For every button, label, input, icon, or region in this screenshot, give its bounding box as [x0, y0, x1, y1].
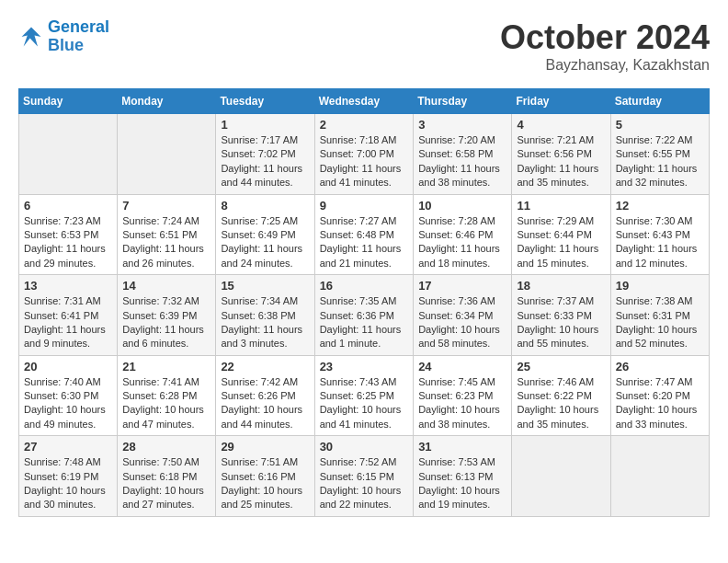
- location: Bayzhansay, Kazakhstan: [500, 57, 710, 74]
- calendar-cell: 15Sunrise: 7:34 AM Sunset: 6:38 PM Dayli…: [216, 275, 314, 356]
- calendar-cell: 19Sunrise: 7:38 AM Sunset: 6:31 PM Dayli…: [610, 275, 709, 356]
- day-info: Sunrise: 7:29 AM Sunset: 6:44 PM Dayligh…: [517, 214, 605, 271]
- calendar-cell: 21Sunrise: 7:41 AM Sunset: 6:28 PM Dayli…: [118, 355, 216, 436]
- calendar-cell: 12Sunrise: 7:30 AM Sunset: 6:43 PM Dayli…: [610, 194, 709, 275]
- day-info: Sunrise: 7:35 AM Sunset: 6:36 PM Dayligh…: [320, 294, 409, 351]
- day-number: 10: [418, 199, 506, 213]
- day-number: 28: [122, 440, 210, 454]
- day-number: 20: [24, 360, 112, 373]
- day-number: 26: [616, 360, 704, 373]
- calendar-cell: [19, 114, 118, 195]
- weekday-header: Sunday: [19, 89, 118, 114]
- day-number: 24: [418, 360, 506, 373]
- calendar-cell: 27Sunrise: 7:48 AM Sunset: 6:19 PM Dayli…: [19, 436, 118, 517]
- day-info: Sunrise: 7:22 AM Sunset: 6:55 PM Dayligh…: [616, 133, 704, 190]
- weekday-header: Thursday: [414, 89, 512, 114]
- calendar-cell: 30Sunrise: 7:52 AM Sunset: 6:15 PM Dayli…: [314, 436, 414, 517]
- day-number: 18: [517, 279, 605, 293]
- logo-icon: [18, 24, 44, 50]
- day-number: 8: [221, 199, 309, 213]
- day-number: 22: [221, 360, 309, 373]
- day-info: Sunrise: 7:46 AM Sunset: 6:22 PM Dayligh…: [517, 375, 605, 432]
- day-info: Sunrise: 7:38 AM Sunset: 6:31 PM Dayligh…: [616, 294, 704, 351]
- day-info: Sunrise: 7:28 AM Sunset: 6:46 PM Dayligh…: [418, 214, 506, 271]
- day-info: Sunrise: 7:43 AM Sunset: 6:25 PM Dayligh…: [320, 375, 409, 432]
- calendar-header-row: SundayMondayTuesdayWednesdayThursdayFrid…: [19, 89, 710, 114]
- calendar-cell: 13Sunrise: 7:31 AM Sunset: 6:41 PM Dayli…: [19, 275, 118, 356]
- calendar-cell: 25Sunrise: 7:46 AM Sunset: 6:22 PM Dayli…: [512, 355, 610, 436]
- calendar-cell: 16Sunrise: 7:35 AM Sunset: 6:36 PM Dayli…: [314, 275, 414, 356]
- day-number: 7: [122, 199, 210, 213]
- day-number: 2: [320, 118, 409, 132]
- day-number: 5: [616, 118, 704, 132]
- calendar-cell: 11Sunrise: 7:29 AM Sunset: 6:44 PM Dayli…: [512, 194, 610, 275]
- calendar-cell: 2Sunrise: 7:18 AM Sunset: 7:00 PM Daylig…: [314, 114, 414, 195]
- day-number: 21: [122, 360, 210, 373]
- day-number: 31: [418, 440, 506, 454]
- day-info: Sunrise: 7:41 AM Sunset: 6:28 PM Dayligh…: [122, 375, 210, 432]
- weekday-header: Saturday: [610, 89, 709, 114]
- day-number: 16: [320, 279, 409, 293]
- day-number: 13: [24, 279, 112, 293]
- calendar-cell: [512, 436, 610, 517]
- weekday-header: Wednesday: [314, 89, 414, 114]
- page-header: General Blue October 2024 Bayzhansay, Ka…: [18, 18, 710, 74]
- calendar-cell: [118, 114, 216, 195]
- month-title: October 2024: [500, 18, 710, 57]
- day-info: Sunrise: 7:53 AM Sunset: 6:13 PM Dayligh…: [418, 455, 506, 512]
- day-number: 3: [418, 118, 506, 132]
- calendar-cell: 6Sunrise: 7:23 AM Sunset: 6:53 PM Daylig…: [19, 194, 118, 275]
- calendar-cell: 7Sunrise: 7:24 AM Sunset: 6:51 PM Daylig…: [118, 194, 216, 275]
- day-info: Sunrise: 7:42 AM Sunset: 6:26 PM Dayligh…: [221, 375, 309, 432]
- day-info: Sunrise: 7:25 AM Sunset: 6:49 PM Dayligh…: [221, 214, 309, 271]
- calendar-week-row: 27Sunrise: 7:48 AM Sunset: 6:19 PM Dayli…: [19, 436, 710, 517]
- calendar-week-row: 13Sunrise: 7:31 AM Sunset: 6:41 PM Dayli…: [19, 275, 710, 356]
- calendar-cell: 28Sunrise: 7:50 AM Sunset: 6:18 PM Dayli…: [118, 436, 216, 517]
- day-info: Sunrise: 7:52 AM Sunset: 6:15 PM Dayligh…: [320, 455, 409, 512]
- day-number: 19: [616, 279, 704, 293]
- day-info: Sunrise: 7:37 AM Sunset: 6:33 PM Dayligh…: [517, 294, 605, 351]
- calendar-cell: 26Sunrise: 7:47 AM Sunset: 6:20 PM Dayli…: [610, 355, 709, 436]
- day-info: Sunrise: 7:21 AM Sunset: 6:56 PM Dayligh…: [517, 133, 605, 190]
- logo: General Blue: [18, 18, 109, 55]
- calendar-cell: 24Sunrise: 7:45 AM Sunset: 6:23 PM Dayli…: [414, 355, 512, 436]
- day-info: Sunrise: 7:17 AM Sunset: 7:02 PM Dayligh…: [221, 133, 309, 190]
- day-number: 23: [320, 360, 409, 373]
- calendar-table: SundayMondayTuesdayWednesdayThursdayFrid…: [18, 88, 710, 517]
- calendar-cell: 29Sunrise: 7:51 AM Sunset: 6:16 PM Dayli…: [216, 436, 314, 517]
- day-info: Sunrise: 7:30 AM Sunset: 6:43 PM Dayligh…: [616, 214, 704, 271]
- day-number: 17: [418, 279, 506, 293]
- day-info: Sunrise: 7:47 AM Sunset: 6:20 PM Dayligh…: [616, 375, 704, 432]
- calendar-cell: 22Sunrise: 7:42 AM Sunset: 6:26 PM Dayli…: [216, 355, 314, 436]
- calendar-cell: 4Sunrise: 7:21 AM Sunset: 6:56 PM Daylig…: [512, 114, 610, 195]
- calendar-cell: [610, 436, 709, 517]
- day-number: 4: [517, 118, 605, 132]
- day-info: Sunrise: 7:34 AM Sunset: 6:38 PM Dayligh…: [221, 294, 309, 351]
- day-info: Sunrise: 7:36 AM Sunset: 6:34 PM Dayligh…: [418, 294, 506, 351]
- calendar-cell: 14Sunrise: 7:32 AM Sunset: 6:39 PM Dayli…: [118, 275, 216, 356]
- day-info: Sunrise: 7:51 AM Sunset: 6:16 PM Dayligh…: [221, 455, 309, 512]
- day-number: 30: [320, 440, 409, 454]
- day-number: 27: [24, 440, 112, 454]
- day-info: Sunrise: 7:27 AM Sunset: 6:48 PM Dayligh…: [320, 214, 409, 271]
- calendar-week-row: 6Sunrise: 7:23 AM Sunset: 6:53 PM Daylig…: [19, 194, 710, 275]
- day-number: 14: [122, 279, 210, 293]
- calendar-cell: 8Sunrise: 7:25 AM Sunset: 6:49 PM Daylig…: [216, 194, 314, 275]
- calendar-cell: 3Sunrise: 7:20 AM Sunset: 6:58 PM Daylig…: [414, 114, 512, 195]
- day-info: Sunrise: 7:40 AM Sunset: 6:30 PM Dayligh…: [24, 375, 112, 432]
- calendar-cell: 17Sunrise: 7:36 AM Sunset: 6:34 PM Dayli…: [414, 275, 512, 356]
- logo-text: General Blue: [48, 18, 109, 55]
- day-info: Sunrise: 7:31 AM Sunset: 6:41 PM Dayligh…: [24, 294, 112, 351]
- day-number: 25: [517, 360, 605, 373]
- day-info: Sunrise: 7:18 AM Sunset: 7:00 PM Dayligh…: [320, 133, 409, 190]
- weekday-header: Monday: [118, 89, 216, 114]
- day-number: 15: [221, 279, 309, 293]
- weekday-header: Tuesday: [216, 89, 314, 114]
- calendar-week-row: 20Sunrise: 7:40 AM Sunset: 6:30 PM Dayli…: [19, 355, 710, 436]
- day-number: 11: [517, 199, 605, 213]
- calendar-cell: 18Sunrise: 7:37 AM Sunset: 6:33 PM Dayli…: [512, 275, 610, 356]
- day-info: Sunrise: 7:32 AM Sunset: 6:39 PM Dayligh…: [122, 294, 210, 351]
- calendar-week-row: 1Sunrise: 7:17 AM Sunset: 7:02 PM Daylig…: [19, 114, 710, 195]
- calendar-cell: 10Sunrise: 7:28 AM Sunset: 6:46 PM Dayli…: [414, 194, 512, 275]
- calendar-cell: 5Sunrise: 7:22 AM Sunset: 6:55 PM Daylig…: [610, 114, 709, 195]
